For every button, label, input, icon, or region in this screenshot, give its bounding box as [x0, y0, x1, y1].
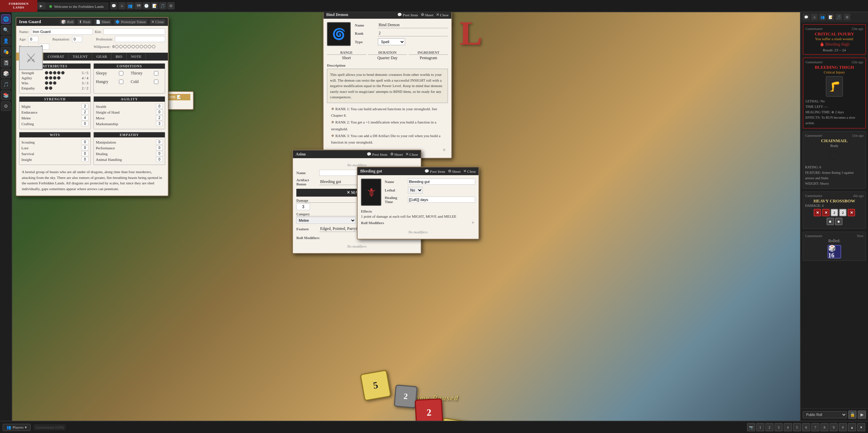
age-input[interactable] [28, 36, 38, 42]
scene-num-2[interactable]: 2 [765, 423, 774, 431]
scene-num-0[interactable]: 0 [839, 423, 847, 431]
wp-circle-5[interactable] [132, 45, 135, 48]
bind-sheet-btn[interactable]: ⚙ Sheet [421, 13, 434, 17]
crafting-input[interactable] [82, 121, 88, 126]
wp-circle-9[interactable] [148, 45, 151, 48]
lore-input[interactable] [82, 145, 88, 150]
sheet-btn[interactable]: 📄 Sheet [94, 19, 111, 24]
marksmanship-input[interactable] [156, 121, 163, 126]
bleed-add-mod-btn[interactable]: + [471, 220, 475, 226]
wp-circle-4[interactable] [127, 45, 131, 48]
wp-circle-6[interactable] [136, 45, 139, 48]
name-input[interactable] [31, 29, 93, 35]
tab-gear[interactable]: GEAR [92, 53, 111, 61]
tool-party[interactable]: 👥 [126, 2, 134, 10]
move-input[interactable] [156, 115, 163, 120]
bleed-sheet-btn[interactable]: ⚙ Sheet [448, 169, 461, 173]
agi-c2[interactable] [49, 76, 52, 80]
char-portrait[interactable]: ⚔ [19, 46, 43, 70]
prototype-btn[interactable]: 🔷 Prototype Token [114, 19, 147, 24]
bleed-close-btn[interactable]: ✕ Close [463, 169, 476, 173]
tool-map[interactable]: 🗺 [135, 2, 142, 10]
manipulation-input[interactable] [156, 139, 163, 145]
nav-icon-1[interactable]: ▶ [37, 2, 45, 10]
chat-icon-msg[interactable]: 💬 [803, 14, 810, 20]
str-c5[interactable] [61, 71, 65, 74]
roll-type-select[interactable]: Public Roll Private Roll Blind Roll [803, 411, 847, 418]
agi-c3[interactable] [53, 76, 56, 80]
wp-circle-10[interactable] [152, 45, 155, 48]
bleed-lethal-select[interactable]: No Yes [408, 187, 423, 194]
reputation-input[interactable] [72, 36, 82, 42]
scene-num-8[interactable]: 8 [820, 423, 829, 431]
chat-icon-combat[interactable]: ⚔ [811, 14, 818, 20]
kin-input[interactable] [103, 29, 165, 35]
thirsty-check[interactable] [154, 71, 158, 76]
agi-c4[interactable] [57, 76, 60, 80]
lock-icon[interactable]: 🔒 [848, 411, 856, 419]
tool-rollable[interactable]: 🎲 [1, 69, 11, 78]
asina-close-btn[interactable]: ✕ Close [405, 152, 418, 156]
asina-category-select[interactable]: Melee [296, 217, 356, 224]
scene-num-5[interactable]: 5 [793, 423, 801, 431]
scene-num-6[interactable]: 6 [802, 423, 810, 431]
survival-input[interactable] [82, 151, 88, 156]
tool-settings-sidebar[interactable]: ⚙ [1, 101, 11, 111]
wp-circle-7[interactable] [140, 45, 143, 48]
scene-tab[interactable]: Welcome to the Forbidden Lands [45, 3, 108, 10]
chat-icon-party[interactable]: 👥 [819, 14, 826, 20]
wp-circle-8[interactable] [144, 45, 147, 48]
scene-num-1[interactable]: 1 [756, 423, 764, 431]
hungry-check[interactable] [119, 80, 123, 84]
chat-icon-audio[interactable]: 🎵 [835, 14, 842, 20]
asina-damage-input[interactable] [296, 203, 310, 210]
wits-c1[interactable] [45, 81, 48, 85]
tool-scene[interactable]: 🌐 [1, 14, 11, 24]
scene-num-3[interactable]: 3 [775, 423, 783, 431]
tool-journal[interactable]: 📓 [1, 58, 11, 67]
scouting-input[interactable] [82, 139, 88, 145]
might-input[interactable] [82, 104, 88, 109]
tool-search[interactable]: 🔍 [1, 25, 11, 35]
healing-input[interactable] [156, 151, 163, 156]
wp-circle-1[interactable] [115, 45, 119, 48]
tool-clock[interactable]: 🕐 [143, 2, 150, 10]
cold-check[interactable] [154, 80, 158, 84]
bind-post-item-btn[interactable]: 💬 Post Item [397, 13, 418, 17]
endurance-input[interactable] [82, 110, 88, 115]
tool-audio[interactable]: 🎵 [1, 80, 11, 89]
bind-close-btn[interactable]: ✕ Close [436, 13, 449, 17]
emp-c2[interactable] [49, 86, 52, 90]
scene-num-4[interactable]: 4 [784, 423, 792, 431]
tool-music[interactable]: 🎵 [159, 2, 167, 10]
send-btn[interactable]: ▶ [858, 411, 866, 419]
scene-icon-btn[interactable]: 📷 [747, 423, 755, 431]
bleed-post-btn[interactable]: 💬 Post Item [424, 169, 445, 173]
wp-circle-2[interactable] [119, 45, 123, 48]
wp-circle-3[interactable] [123, 45, 127, 48]
bleed-name-input[interactable] [408, 179, 475, 185]
close-btn[interactable]: ✕ Close [150, 19, 165, 24]
tab-combat[interactable]: COMBAT [44, 53, 69, 61]
profession-input[interactable] [115, 36, 165, 42]
players-menu-btn[interactable]: 👥 Players ▾ [3, 424, 31, 431]
bleed-healing-input[interactable] [408, 197, 475, 203]
str-c4[interactable] [57, 71, 60, 74]
asina-post-btn[interactable]: 💬 Post Item [367, 152, 387, 156]
emp-c1[interactable] [45, 86, 48, 90]
tab-talent[interactable]: TALENT [69, 53, 92, 61]
push-btn[interactable]: ⬆ Push [77, 19, 91, 24]
sleepy-check[interactable] [119, 71, 123, 76]
tab-bio[interactable]: BIO [111, 53, 127, 61]
performance-input[interactable] [156, 145, 163, 150]
wits-c2[interactable] [49, 81, 52, 85]
chat-icon-note[interactable]: 📝 [827, 14, 834, 20]
tool-actors[interactable]: 👤 [1, 36, 11, 46]
roll-btn[interactable]: 🎲 Roll [60, 19, 75, 24]
scene-num-7[interactable]: 7 [811, 423, 819, 431]
type-select[interactable]: Spell [378, 38, 405, 45]
str-c3[interactable] [53, 71, 56, 74]
asina-sheet-btn[interactable]: ⚙ Sheet [390, 152, 403, 156]
tool-compendium[interactable]: 📚 [1, 90, 11, 100]
wits-c3[interactable] [53, 81, 56, 85]
